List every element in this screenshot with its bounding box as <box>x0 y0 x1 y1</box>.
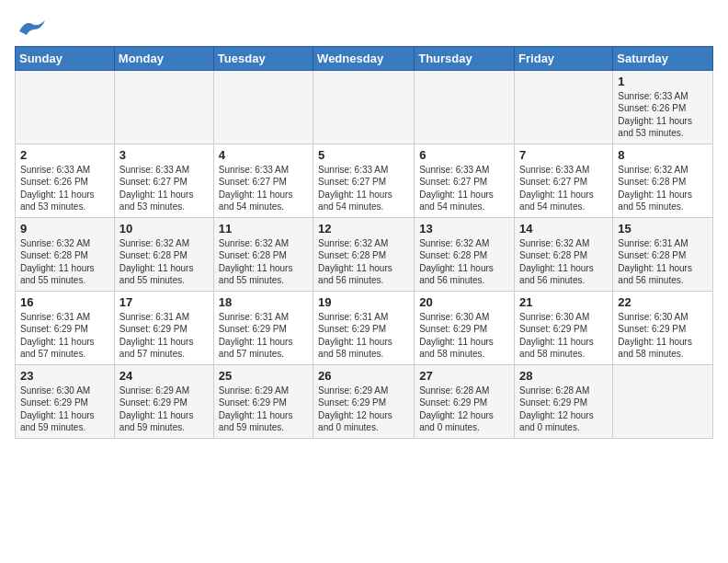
day-info: Sunrise: 6:32 AMSunset: 6:28 PMDaylight:… <box>318 237 409 287</box>
day-info: Sunrise: 6:29 AMSunset: 6:29 PMDaylight:… <box>119 385 209 434</box>
calendar-cell: 14Sunrise: 6:32 AMSunset: 6:28 PMDayligh… <box>515 217 613 291</box>
calendar-cell: 22Sunrise: 6:30 AMSunset: 6:29 PMDayligh… <box>613 291 713 364</box>
day-number: 15 <box>618 222 708 236</box>
day-info: Sunrise: 6:32 AMSunset: 6:28 PMDaylight:… <box>20 237 109 287</box>
day-of-week-sunday: Sunday <box>16 46 115 70</box>
day-info: Sunrise: 6:31 AMSunset: 6:29 PMDaylight:… <box>119 311 209 361</box>
day-number: 28 <box>519 369 608 383</box>
day-number: 20 <box>419 295 509 309</box>
logo <box>15 15 47 39</box>
day-info: Sunrise: 6:33 AMSunset: 6:27 PMDaylight:… <box>519 164 608 213</box>
header-row: SundayMondayTuesdayWednesdayThursdayFrid… <box>16 46 713 70</box>
calendar-body: 1Sunrise: 6:33 AMSunset: 6:26 PMDaylight… <box>16 70 713 438</box>
day-of-week-thursday: Thursday <box>415 46 515 70</box>
day-of-week-wednesday: Wednesday <box>313 46 415 70</box>
calendar-cell: 26Sunrise: 6:29 AMSunset: 6:29 PMDayligh… <box>313 364 415 438</box>
day-info: Sunrise: 6:32 AMSunset: 6:28 PMDaylight:… <box>519 237 608 287</box>
calendar-cell: 5Sunrise: 6:33 AMSunset: 6:27 PMDaylight… <box>313 144 415 217</box>
day-info: Sunrise: 6:33 AMSunset: 6:27 PMDaylight:… <box>318 164 409 213</box>
day-number: 14 <box>519 222 608 236</box>
day-number: 21 <box>519 295 608 309</box>
day-info: Sunrise: 6:28 AMSunset: 6:29 PMDaylight:… <box>519 385 608 434</box>
day-info: Sunrise: 6:30 AMSunset: 6:29 PMDaylight:… <box>419 311 509 361</box>
calendar-cell <box>415 70 515 144</box>
calendar-cell: 2Sunrise: 6:33 AMSunset: 6:26 PMDaylight… <box>16 144 115 217</box>
calendar-container: SundayMondayTuesdayWednesdayThursdayFrid… <box>0 0 728 446</box>
logo-bird-icon <box>17 18 47 39</box>
calendar-cell: 3Sunrise: 6:33 AMSunset: 6:27 PMDaylight… <box>114 144 213 217</box>
calendar-cell <box>114 70 213 144</box>
day-number: 1 <box>618 75 708 88</box>
day-info: Sunrise: 6:29 AMSunset: 6:29 PMDaylight:… <box>318 385 409 434</box>
calendar-cell: 27Sunrise: 6:28 AMSunset: 6:29 PMDayligh… <box>415 364 515 438</box>
day-number: 13 <box>419 222 509 236</box>
calendar-cell: 20Sunrise: 6:30 AMSunset: 6:29 PMDayligh… <box>415 291 515 364</box>
calendar-week-3: 9Sunrise: 6:32 AMSunset: 6:28 PMDaylight… <box>16 217 713 291</box>
calendar-cell: 10Sunrise: 6:32 AMSunset: 6:28 PMDayligh… <box>114 217 213 291</box>
header <box>15 15 713 39</box>
calendar-cell <box>213 70 313 144</box>
day-info: Sunrise: 6:33 AMSunset: 6:27 PMDaylight:… <box>419 164 509 213</box>
calendar-cell <box>613 364 713 438</box>
day-info: Sunrise: 6:31 AMSunset: 6:29 PMDaylight:… <box>219 311 308 361</box>
day-info: Sunrise: 6:30 AMSunset: 6:29 PMDaylight:… <box>618 311 708 361</box>
calendar-cell: 18Sunrise: 6:31 AMSunset: 6:29 PMDayligh… <box>213 291 313 364</box>
day-info: Sunrise: 6:33 AMSunset: 6:27 PMDaylight:… <box>119 164 209 213</box>
calendar-week-2: 2Sunrise: 6:33 AMSunset: 6:26 PMDaylight… <box>16 144 713 217</box>
day-info: Sunrise: 6:30 AMSunset: 6:29 PMDaylight:… <box>20 385 109 434</box>
day-number: 10 <box>119 222 209 236</box>
calendar-cell <box>313 70 415 144</box>
day-number: 16 <box>20 295 109 309</box>
calendar-cell: 25Sunrise: 6:29 AMSunset: 6:29 PMDayligh… <box>213 364 313 438</box>
calendar-cell: 16Sunrise: 6:31 AMSunset: 6:29 PMDayligh… <box>16 291 115 364</box>
day-number: 27 <box>419 369 509 383</box>
calendar-header: SundayMondayTuesdayWednesdayThursdayFrid… <box>16 46 713 70</box>
day-number: 22 <box>618 295 708 309</box>
day-number: 24 <box>119 369 209 383</box>
day-info: Sunrise: 6:33 AMSunset: 6:26 PMDaylight:… <box>20 164 109 213</box>
day-info: Sunrise: 6:29 AMSunset: 6:29 PMDaylight:… <box>219 385 308 434</box>
calendar-table: SundayMondayTuesdayWednesdayThursdayFrid… <box>15 46 713 439</box>
calendar-cell: 11Sunrise: 6:32 AMSunset: 6:28 PMDayligh… <box>213 217 313 291</box>
day-number: 18 <box>219 295 308 309</box>
day-info: Sunrise: 6:33 AMSunset: 6:26 PMDaylight:… <box>618 90 708 140</box>
day-info: Sunrise: 6:32 AMSunset: 6:28 PMDaylight:… <box>419 237 509 287</box>
calendar-cell: 9Sunrise: 6:32 AMSunset: 6:28 PMDaylight… <box>16 217 115 291</box>
day-info: Sunrise: 6:32 AMSunset: 6:28 PMDaylight:… <box>219 237 308 287</box>
day-of-week-monday: Monday <box>114 46 213 70</box>
calendar-cell: 4Sunrise: 6:33 AMSunset: 6:27 PMDaylight… <box>213 144 313 217</box>
day-number: 7 <box>519 148 608 162</box>
day-number: 4 <box>219 148 308 162</box>
calendar-cell: 17Sunrise: 6:31 AMSunset: 6:29 PMDayligh… <box>114 291 213 364</box>
calendar-cell: 6Sunrise: 6:33 AMSunset: 6:27 PMDaylight… <box>415 144 515 217</box>
calendar-week-4: 16Sunrise: 6:31 AMSunset: 6:29 PMDayligh… <box>16 291 713 364</box>
day-number: 3 <box>119 148 209 162</box>
calendar-week-1: 1Sunrise: 6:33 AMSunset: 6:26 PMDaylight… <box>16 70 713 144</box>
day-info: Sunrise: 6:31 AMSunset: 6:28 PMDaylight:… <box>618 237 708 287</box>
calendar-cell: 8Sunrise: 6:32 AMSunset: 6:28 PMDaylight… <box>613 144 713 217</box>
day-number: 12 <box>318 222 409 236</box>
calendar-cell: 24Sunrise: 6:29 AMSunset: 6:29 PMDayligh… <box>114 364 213 438</box>
calendar-cell: 13Sunrise: 6:32 AMSunset: 6:28 PMDayligh… <box>415 217 515 291</box>
day-number: 26 <box>318 369 409 383</box>
calendar-cell: 19Sunrise: 6:31 AMSunset: 6:29 PMDayligh… <box>313 291 415 364</box>
calendar-cell: 23Sunrise: 6:30 AMSunset: 6:29 PMDayligh… <box>16 364 115 438</box>
day-number: 8 <box>618 148 708 162</box>
day-info: Sunrise: 6:30 AMSunset: 6:29 PMDaylight:… <box>519 311 608 361</box>
day-number: 2 <box>20 148 109 162</box>
day-number: 17 <box>119 295 209 309</box>
day-number: 25 <box>219 369 308 383</box>
day-info: Sunrise: 6:28 AMSunset: 6:29 PMDaylight:… <box>419 385 509 434</box>
day-number: 6 <box>419 148 509 162</box>
day-info: Sunrise: 6:32 AMSunset: 6:28 PMDaylight:… <box>119 237 209 287</box>
day-info: Sunrise: 6:31 AMSunset: 6:29 PMDaylight:… <box>318 311 409 361</box>
day-number: 9 <box>20 222 109 236</box>
calendar-cell <box>515 70 613 144</box>
day-info: Sunrise: 6:32 AMSunset: 6:28 PMDaylight:… <box>618 164 708 213</box>
calendar-cell: 15Sunrise: 6:31 AMSunset: 6:28 PMDayligh… <box>613 217 713 291</box>
calendar-cell: 7Sunrise: 6:33 AMSunset: 6:27 PMDaylight… <box>515 144 613 217</box>
day-of-week-friday: Friday <box>515 46 613 70</box>
day-number: 11 <box>219 222 308 236</box>
calendar-cell: 21Sunrise: 6:30 AMSunset: 6:29 PMDayligh… <box>515 291 613 364</box>
calendar-cell: 1Sunrise: 6:33 AMSunset: 6:26 PMDaylight… <box>613 70 713 144</box>
